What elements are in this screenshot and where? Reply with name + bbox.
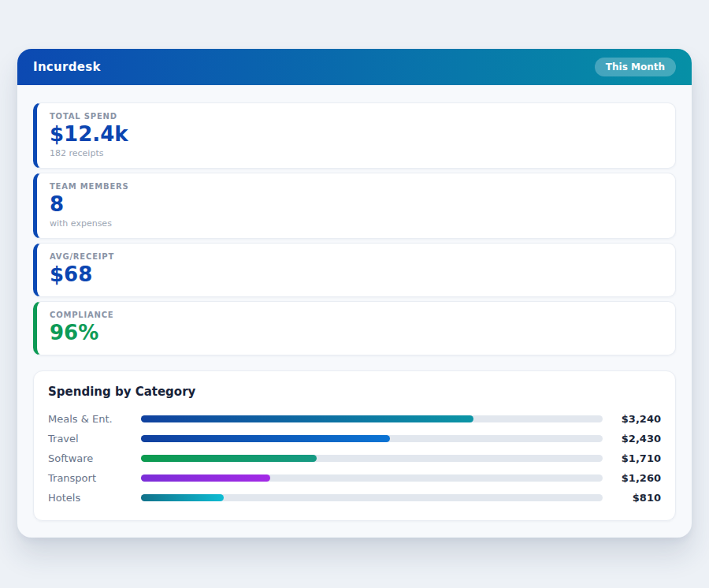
stat-value: $12.4k — [50, 123, 663, 147]
stat-card: COMPLIANCE96% — [33, 301, 676, 355]
stat-card: TEAM MEMBERS8with expenses — [33, 173, 676, 239]
category-row: Meals & Ent.$3,240 — [48, 409, 661, 429]
category-row: Software$1,710 — [48, 448, 661, 468]
category-label: Software — [48, 452, 141, 464]
category-bar-track — [141, 415, 603, 422]
category-value: $3,240 — [612, 413, 661, 425]
category-rows: Meals & Ent.$3,240Travel$2,430Software$1… — [48, 409, 661, 508]
category-bar-fill — [141, 494, 224, 501]
period-badge[interactable]: This Month — [595, 58, 676, 76]
category-row: Transport$1,260 — [48, 468, 661, 488]
stat-label: TOTAL SPEND — [50, 112, 663, 121]
stat-card: AVG/RECEIPT$68 — [33, 243, 676, 297]
spending-card: Spending by Category Meals & Ent.$3,240T… — [33, 370, 676, 521]
stat-label: TEAM MEMBERS — [50, 182, 663, 191]
stat-value: 96% — [50, 322, 663, 345]
stat-value: $68 — [50, 263, 663, 287]
dashboard-panel: Incurdesk This Month TOTAL SPEND$12.4k18… — [17, 49, 692, 538]
stat-value: 8 — [50, 193, 663, 217]
stat-sub: with expenses — [50, 218, 663, 229]
category-value: $1,710 — [612, 452, 661, 464]
app-title: Incurdesk — [33, 60, 101, 74]
category-value: $810 — [612, 492, 661, 504]
panel-content: TOTAL SPEND$12.4k182 receiptsTEAM MEMBER… — [17, 85, 692, 538]
stats-list: TOTAL SPEND$12.4k182 receiptsTEAM MEMBER… — [33, 102, 676, 355]
stat-sub: 182 receipts — [50, 148, 663, 158]
category-bar-fill — [141, 415, 473, 422]
category-label: Hotels — [48, 492, 141, 504]
category-bar-track — [141, 474, 603, 482]
category-bar-track — [141, 435, 603, 442]
stat-label: COMPLIANCE — [50, 311, 663, 319]
category-value: $2,430 — [612, 433, 661, 445]
category-label: Meals & Ent. — [48, 413, 141, 425]
app-header: Incurdesk This Month — [17, 49, 692, 85]
category-bar-track — [141, 494, 603, 501]
stat-card: TOTAL SPEND$12.4k182 receipts — [33, 102, 676, 169]
category-row: Hotels$810 — [48, 488, 661, 508]
category-bar-fill — [141, 455, 317, 462]
category-row: Travel$2,430 — [48, 429, 661, 448]
category-bar-fill — [141, 435, 390, 442]
category-bar-fill — [141, 474, 270, 482]
category-label: Travel — [48, 433, 141, 445]
spending-card-title: Spending by Category — [48, 385, 661, 399]
category-value: $1,260 — [612, 472, 661, 484]
category-label: Transport — [48, 472, 141, 484]
category-bar-track — [141, 455, 603, 462]
stat-label: AVG/RECEIPT — [50, 252, 663, 261]
